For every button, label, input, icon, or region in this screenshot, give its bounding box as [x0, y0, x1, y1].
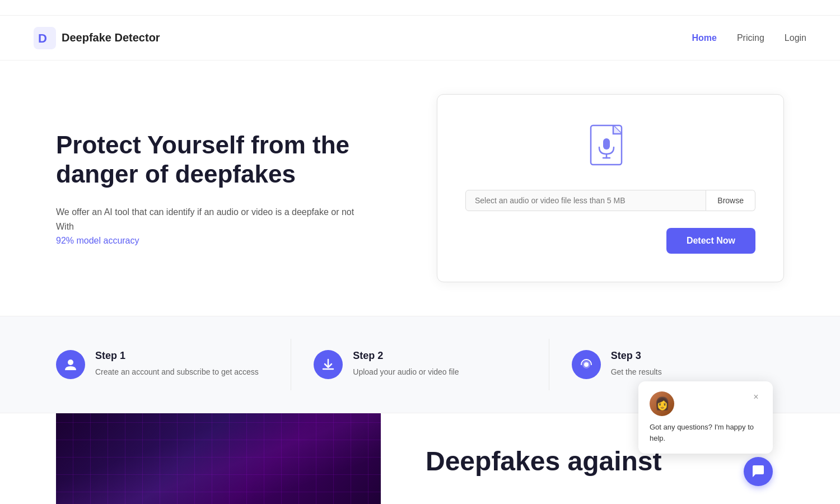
detect-button[interactable]: Detect Now [666, 228, 755, 254]
chat-avatar: 👩 [650, 391, 674, 416]
speaker-icon [579, 357, 594, 372]
chat-close-button[interactable]: × [750, 391, 762, 403]
step-1-icon [56, 350, 85, 379]
file-input[interactable] [465, 190, 706, 211]
logo-icon: D [34, 27, 56, 49]
step-3-desc: Get the results [611, 366, 662, 378]
step-2-title: Step 2 [353, 350, 459, 362]
navbar: D Deepfake Detector Home Pricing Login [0, 16, 840, 60]
step-1: Step 1 Create an account and subscribe t… [56, 339, 291, 390]
download-icon [321, 357, 335, 372]
svg-rect-3 [603, 138, 610, 150]
step-3-content: Step 3 Get the results [611, 350, 662, 378]
nav-login[interactable]: Login [785, 33, 806, 43]
chat-bubble-icon [751, 464, 766, 479]
hero-left: Protect Yourself from the danger of deep… [56, 130, 370, 246]
chat-message: Got any questions? I'm happy to help. [650, 422, 762, 444]
hero-section: Protect Yourself from the danger of deep… [0, 60, 840, 316]
step-1-content: Step 1 Create an account and subscribe t… [95, 350, 259, 378]
browse-button[interactable]: Browse [706, 190, 755, 211]
logo[interactable]: D Deepfake Detector [34, 27, 160, 49]
upload-card: Browse Detect Now [437, 94, 784, 282]
nav-pricing[interactable]: Pricing [737, 33, 764, 43]
file-mic-icon [588, 123, 633, 173]
step-2-icon [314, 350, 343, 379]
upload-icon-wrapper [588, 123, 633, 173]
hero-description: We offer an AI tool that can identify if… [56, 205, 370, 234]
svg-point-8 [584, 362, 589, 367]
logo-text: Deepfake Detector [62, 31, 160, 44]
chat-widget: 👩 × Got any questions? I'm happy to help… [638, 381, 773, 454]
chat-header: 👩 × [650, 391, 762, 416]
step-2-content: Step 2 Upload your audio or video file [353, 350, 459, 378]
top-bar [0, 0, 840, 16]
chat-bubble-button[interactable] [744, 457, 773, 486]
svg-point-6 [68, 360, 73, 365]
hero-title: Protect Yourself from the danger of deep… [56, 130, 370, 190]
step-3-icon [572, 350, 601, 379]
user-icon [63, 357, 78, 372]
bottom-title: Deepfakes against [426, 447, 840, 477]
step-2-desc: Upload your audio or video file [353, 366, 459, 378]
step-3-title: Step 3 [611, 350, 662, 362]
file-input-row: Browse [465, 190, 755, 211]
step-2: Step 2 Upload your audio or video file [291, 339, 549, 390]
nav-home[interactable]: Home [692, 33, 716, 43]
bottom-image [56, 413, 381, 504]
svg-text:D: D [38, 31, 47, 45]
hero-accuracy: 92% model accuracy [56, 236, 139, 245]
step-1-desc: Create an account and subscribe to get a… [95, 366, 259, 378]
nav-links: Home Pricing Login [692, 33, 806, 43]
step-1-title: Step 1 [95, 350, 259, 362]
